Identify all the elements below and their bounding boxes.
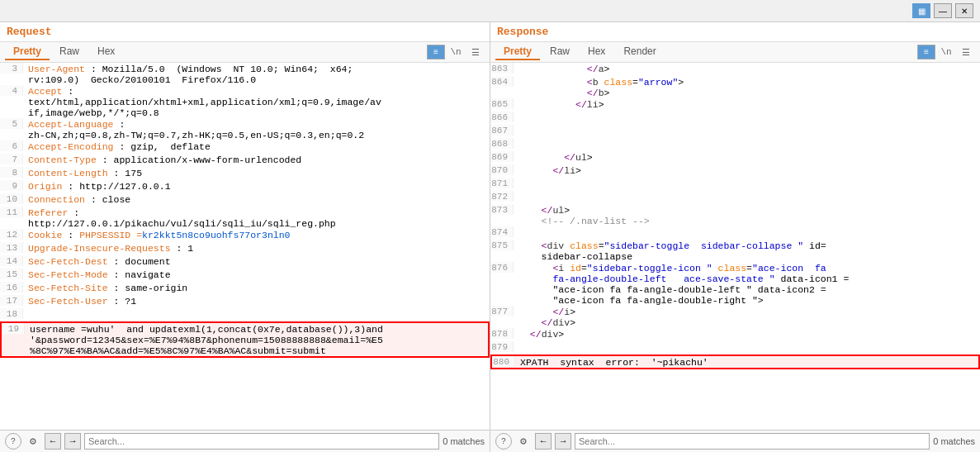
line-number: 874 <box>490 226 514 237</box>
tab-hex-response[interactable]: Hex <box>580 44 613 60</box>
response-forward-btn[interactable]: → <box>555 433 571 450</box>
table-row: 868 <box>490 138 980 151</box>
table-row: 10Connection : close <box>0 193 490 207</box>
response-panel: Response Pretty Raw Hex Render ≡ \n ☰ 86… <box>490 22 980 452</box>
line-number: 863 <box>490 63 514 74</box>
request-forward-btn[interactable]: → <box>64 433 81 450</box>
line-content <box>518 138 980 139</box>
line-content: <i id="sidebar-toggle-icon " class="ace-… <box>518 262 980 306</box>
table-row: 12Cookie : PHPSESSID =kr2kkt5n8co9uohfs7… <box>0 229 490 242</box>
request-bottom-bar: ? ⚙ ← → 0 matches <box>0 430 490 452</box>
line-content <box>518 125 980 126</box>
request-doc-icon[interactable]: ≡ <box>427 45 445 59</box>
table-row: 17Sec-Fetch-User : ?1 <box>0 295 490 308</box>
request-tab-bar: Pretty Raw Hex ≡ \n ☰ <box>0 42 490 63</box>
line-content: Accept : text/html,application/xhtml+xml… <box>28 85 490 118</box>
line-number: 877 <box>490 306 514 316</box>
table-row: 13Upgrade-Insecure-Requests : 1 <box>0 242 490 255</box>
line-number: 868 <box>490 138 514 149</box>
line-number: 15 <box>0 269 23 279</box>
line-number: 12 <box>0 229 23 240</box>
line-content: Sec-Fetch-Dest : document <box>28 255 490 267</box>
line-content: Upgrade-Insecure-Requests : 1 <box>28 242 490 254</box>
table-row: 19username =wuhu' and updatexml(1,concat… <box>0 321 490 358</box>
line-content: Accept-Language : zh-CN,zh;q=0.8,zh-TW;q… <box>28 118 490 140</box>
table-row: 873 </ul> <!-- /.nav-list --> <box>490 204 980 226</box>
layout-btn-3[interactable]: ✕ <box>955 3 973 18</box>
line-content: </li> <box>518 98 980 110</box>
request-menu-icon[interactable]: ☰ <box>466 45 485 59</box>
line-content: User-Agent : Mozilla/5.0 (Windows NT 10.… <box>28 63 490 85</box>
line-content: Content-Type : application/x-www-form-ur… <box>28 154 490 165</box>
table-row: 16Sec-Fetch-Site : same-origin <box>0 282 490 295</box>
line-content <box>518 112 980 112</box>
response-settings-icon[interactable]: ⚙ <box>515 433 532 450</box>
response-code-area[interactable]: 863 </a>864 <b class="arrow"> </b>865 </… <box>490 63 980 430</box>
request-search-input[interactable] <box>84 433 439 450</box>
line-number: 17 <box>0 295 23 306</box>
response-wrap-icon[interactable]: \n <box>937 45 955 59</box>
layout-btn-2[interactable]: — <box>934 3 952 18</box>
line-number: 879 <box>490 341 514 352</box>
line-content <box>28 308 490 309</box>
line-content: username =wuhu' and updatexml(1,concat(0… <box>30 323 488 356</box>
request-header: Request <box>0 22 490 42</box>
response-back-btn[interactable]: ← <box>535 433 552 450</box>
line-number: 14 <box>0 255 23 266</box>
line-content: Sec-Fetch-User : ?1 <box>28 295 490 307</box>
line-number: 18 <box>0 308 23 319</box>
response-doc-icon[interactable]: ≡ <box>917 45 935 59</box>
response-menu-icon[interactable]: ☰ <box>957 45 975 59</box>
line-content: </li> <box>518 164 980 176</box>
line-content <box>518 226 980 227</box>
request-settings-icon[interactable]: ⚙ <box>25 433 41 450</box>
table-row: 11Referer : http://127.0.0.1/pikachu/vul… <box>0 207 490 229</box>
line-number: 864 <box>490 76 514 87</box>
line-number: 13 <box>0 242 23 253</box>
table-row: 5Accept-Language : zh-CN,zh;q=0.8,zh-TW;… <box>0 118 490 140</box>
table-row: 3User-Agent : Mozilla/5.0 (Windows NT 10… <box>0 63 490 85</box>
line-number: 4 <box>0 85 23 96</box>
line-content: Sec-Fetch-Mode : navigate <box>28 269 490 280</box>
line-content: Connection : close <box>28 193 490 205</box>
line-number: 16 <box>0 282 23 293</box>
line-content: <div class="sidebar-toggle sidebar-colla… <box>518 240 980 262</box>
tab-raw-response[interactable]: Raw <box>542 44 578 60</box>
line-content: Referer : http://127.0.0.1/pikachu/vul/s… <box>28 207 490 229</box>
tab-pretty-response[interactable]: Pretty <box>495 44 540 60</box>
request-help-icon[interactable]: ? <box>5 433 21 450</box>
tab-hex-request[interactable]: Hex <box>89 44 123 60</box>
line-content <box>518 191 980 192</box>
line-number: 5 <box>0 118 23 129</box>
top-bar: ▦ — ✕ <box>0 0 980 22</box>
request-code-area[interactable]: 3User-Agent : Mozilla/5.0 (Windows NT 10… <box>0 63 490 430</box>
table-row: 865 </li> <box>490 98 980 112</box>
request-back-btn[interactable]: ← <box>45 433 61 450</box>
line-content: <b class="arrow"> </b> <box>518 76 980 98</box>
tab-raw-request[interactable]: Raw <box>51 44 88 60</box>
tab-pretty-request[interactable]: Pretty <box>5 44 50 60</box>
line-number: 872 <box>490 191 514 202</box>
line-number: 11 <box>0 207 23 217</box>
line-number: 876 <box>490 262 514 273</box>
table-row: 6Accept-Encoding : gzip, deflate <box>0 140 490 154</box>
line-content: </a> <box>518 63 980 74</box>
request-wrap-icon[interactable]: \n <box>447 45 465 59</box>
line-content: </ul> <box>518 151 980 163</box>
line-number: 870 <box>490 164 514 175</box>
response-help-icon[interactable]: ? <box>495 433 512 450</box>
line-number: 7 <box>0 154 23 164</box>
line-number: 875 <box>490 240 514 250</box>
response-header: Response <box>490 22 980 42</box>
line-number: 873 <box>490 204 514 215</box>
table-row: 9Origin : http://127.0.0.1 <box>0 180 490 193</box>
table-row: 867 <box>490 125 980 138</box>
table-row: 869 </ul> <box>490 151 980 164</box>
line-content <box>518 341 980 342</box>
table-row: 874 <box>490 226 980 240</box>
tab-render-response[interactable]: Render <box>615 44 664 60</box>
layout-btn-1[interactable]: ▦ <box>912 3 930 18</box>
main-split: Request Pretty Raw Hex ≡ \n ☰ 3User-Agen… <box>0 22 980 452</box>
table-row: 876 <i id="sidebar-toggle-icon " class="… <box>490 262 980 306</box>
response-search-input[interactable] <box>575 433 930 450</box>
